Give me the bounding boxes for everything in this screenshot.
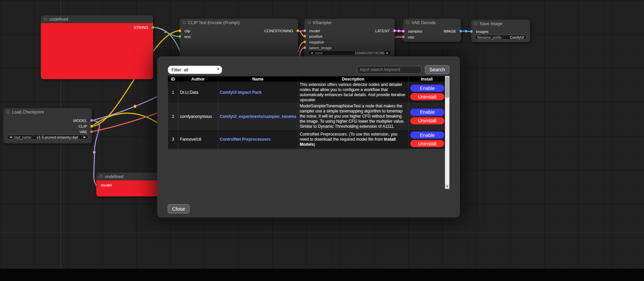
input-slot-text[interactable]: text — [180, 34, 298, 39]
enable-button[interactable]: Enable — [410, 131, 444, 139]
image-pin-icon[interactable] — [470, 30, 473, 33]
extension-link[interactable]: ControlNet Preprocessors — [220, 137, 296, 142]
extension-link[interactable]: ComfyUI_experiments/sampler_tonemap — [220, 114, 296, 119]
scrollbar[interactable]: ▼ — [445, 76, 449, 189]
vae-pin-icon[interactable] — [402, 35, 405, 38]
node-status-icon — [6, 110, 10, 113]
node-save-image[interactable]: Save Image images filename_prefix ComfyU… — [471, 20, 530, 42]
node-undefined-top[interactable]: undefined STRING — [41, 15, 153, 79]
column-header-description: Description — [298, 76, 409, 82]
custom-nodes-dialog: Filter: all ▾ Search ID Author Name Desc… — [157, 56, 460, 217]
scrollbar-thumb[interactable] — [445, 77, 449, 98]
input-slot-model[interactable]: model — [96, 182, 159, 188]
node-title-bar[interactable]: undefined — [41, 15, 153, 23]
slot-label: positive — [309, 34, 323, 38]
wire-string-to-hidden-node — [153, 28, 182, 59]
link-dot — [93, 151, 96, 154]
input-slot-vae[interactable]: vae — [403, 34, 461, 39]
dialog-toolbar: Filter: all ▾ Search — [168, 65, 449, 74]
decrement-arrow-icon[interactable]: ◀ — [10, 136, 12, 139]
decrement-arrow-icon[interactable]: ◀ — [311, 52, 313, 54]
widget-value: 156680208700286 — [354, 51, 384, 55]
cell-install: Enable Uninstall — [409, 82, 445, 103]
slot-label: CONDITIONING — [264, 29, 293, 33]
input-slot-images[interactable]: images — [471, 29, 530, 34]
node-title-bar[interactable]: Save Image — [471, 20, 530, 28]
vae-pin-icon[interactable] — [90, 130, 93, 133]
model-pin-icon[interactable] — [95, 183, 98, 187]
extension-link[interactable]: ComfyUI Impact Pack — [220, 90, 296, 95]
node-title-bar[interactable]: undefined — [96, 173, 159, 180]
filter-select[interactable]: Filter: all — [168, 66, 222, 74]
search-button[interactable]: Search — [425, 65, 449, 74]
extensions-table-wrap: ID Author Name Description Install 1 Dr.… — [168, 76, 449, 189]
clip-pin-icon[interactable] — [90, 125, 93, 128]
output-slot-latent[interactable]: LATENT — [304, 28, 395, 33]
node-status-icon — [474, 22, 477, 25]
seed-widget[interactable]: ◀ seed 156680208700286 ▶ — [308, 50, 391, 55]
filename-prefix-widget[interactable]: filename_prefix ComfyUI — [475, 35, 527, 40]
node-load-checkpoint[interactable]: Load Checkpoint MODEL CLIP VAE ◀ ckpt_na… — [3, 108, 92, 143]
close-button[interactable]: Close — [168, 204, 189, 213]
node-title-bar[interactable]: Load Checkpoint — [3, 108, 92, 116]
output-slot-model[interactable]: MODEL — [3, 118, 92, 123]
node-status-icon — [44, 18, 47, 21]
column-header-author: Author — [178, 76, 218, 82]
widget-label: ckpt_name — [14, 135, 31, 139]
scroll-down-button[interactable]: ▼ — [445, 184, 449, 189]
string-pin-icon[interactable] — [151, 26, 154, 29]
extensions-table: ID Author Name Description Install 1 Dr.… — [168, 76, 445, 149]
ckpt-name-widget[interactable]: ◀ ckpt_name v1-5-pruned-emaonly.ckpt ▶ — [7, 135, 88, 140]
model-pin-icon[interactable] — [90, 119, 93, 122]
slot-label: STRING — [134, 25, 148, 30]
output-slot-string[interactable]: STRING — [41, 25, 153, 30]
node-title-bar[interactable]: VAE Decode — [403, 19, 461, 27]
input-slot-positive[interactable]: positive — [304, 34, 395, 39]
conditioning-pin-icon[interactable] — [296, 29, 299, 32]
scroll-down-icon: ▼ — [446, 185, 449, 188]
output-slot-image[interactable]: IMAGE — [403, 29, 461, 34]
link-dot — [397, 30, 400, 32]
input-slot-latent-image[interactable]: latent_image — [304, 45, 395, 50]
output-slot-vae[interactable]: VAE — [3, 129, 92, 134]
enable-button[interactable]: Enable — [410, 109, 444, 116]
table-header-row: ID Author Name Description Install — [168, 76, 445, 82]
bottom-bar — [0, 269, 644, 281]
uninstall-button[interactable]: Uninstall — [410, 93, 444, 100]
node-body-error[interactable] — [41, 23, 153, 79]
slot-label: negative — [309, 40, 324, 44]
increment-arrow-icon[interactable]: ▶ — [84, 136, 86, 139]
cell-id: 3 — [168, 130, 178, 149]
slot-label: images — [476, 30, 489, 34]
node-undefined-bottom[interactable]: undefined model — [96, 173, 159, 196]
link-dot — [164, 31, 167, 33]
node-title: Load Checkpoint — [12, 110, 44, 115]
node-title-bar[interactable]: CLIP Text Encode (Prompt) — [180, 19, 298, 27]
widget-value: ComfyUI — [510, 35, 524, 39]
node-title-bar[interactable]: KSampler — [304, 19, 395, 27]
cell-author: Dr.Lt.Data — [178, 82, 218, 103]
slot-label: text — [184, 35, 191, 39]
search-input[interactable] — [357, 66, 422, 74]
uninstall-button[interactable]: Uninstall — [410, 117, 444, 124]
input-slot-negative[interactable]: negative — [304, 39, 395, 45]
latent-pin-icon[interactable] — [303, 46, 306, 49]
output-slot-clip[interactable]: CLIP — [3, 124, 92, 129]
node-status-icon — [308, 21, 311, 24]
conditioning-pin-icon[interactable] — [303, 40, 306, 43]
text-pin-icon[interactable] — [178, 35, 181, 38]
uninstall-button[interactable]: Uninstall — [410, 140, 444, 147]
cell-author: Fannovel16 — [178, 130, 218, 149]
cell-name: ComfyUI Impact Pack — [218, 82, 298, 103]
output-slot-conditioning[interactable]: CONDITIONING — [180, 28, 298, 33]
widget-label: filename_prefix — [477, 35, 501, 39]
enable-button[interactable]: Enable — [410, 85, 444, 92]
node-status-icon — [99, 175, 102, 178]
conditioning-pin-icon[interactable] — [303, 35, 306, 38]
latent-pin-icon[interactable] — [393, 29, 396, 32]
increment-arrow-icon[interactable]: ▶ — [386, 52, 389, 54]
node-vae-decode[interactable]: VAE Decode samples vae IMAGE — [403, 19, 461, 42]
filter-select-wrap[interactable]: Filter: all ▾ — [168, 66, 222, 74]
node-title: KSampler — [313, 20, 332, 25]
image-pin-icon[interactable] — [459, 30, 462, 33]
